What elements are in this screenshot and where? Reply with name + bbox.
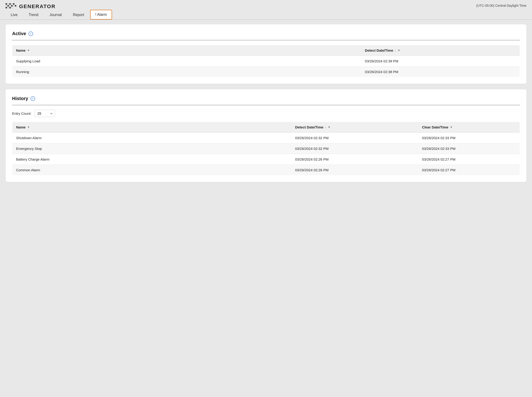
tab-report-label: Report [73,13,84,17]
history-row2-clear: 03/26/2024 02:33 PM [418,143,520,154]
active-section-title: Active i [12,31,520,36]
active-detect-filter-icon[interactable]: ▼ [397,49,400,52]
svg-rect-3 [11,3,13,5]
svg-rect-5 [6,5,7,6]
history-info-icon[interactable]: i [31,96,35,101]
table-row: Supplying Load 03/26/2024 02:39 PM [12,56,520,67]
history-detect-filter-icon[interactable]: ▼ [328,125,330,129]
svg-rect-11 [7,7,9,8]
table-row: Running 03/26/2024 02:38 PM [12,67,520,77]
tabs-bar: Live Trend Journal Report ! Alarm [0,10,532,20]
active-section-card: Active i Name ▼ Detect Date/Time [6,25,526,84]
svg-rect-14 [15,5,16,6]
history-row4-clear: 03/26/2024 02:27 PM [418,165,520,175]
history-detect-sort-icon[interactable]: ↓ [325,126,326,129]
active-title-text: Active [12,31,26,36]
history-row3-clear: 03/26/2024 02:27 PM [418,154,520,165]
svg-rect-8 [11,5,13,6]
entry-count-label: Entry Count: [12,112,32,115]
timezone-display: (UTC-05:00) Central Daylight Time [476,4,526,9]
history-row1-name: Shutdown Alarm [12,133,291,143]
history-name-filter-icon[interactable]: ▼ [27,125,30,129]
svg-rect-9 [13,5,14,6]
history-divider [12,105,520,105]
svg-rect-13 [11,7,13,8]
active-row2-name: Running [12,67,361,77]
svg-rect-7 [9,5,11,6]
tab-journal-label: Journal [50,13,62,17]
tab-trend-label: Trend [29,13,38,17]
history-detect-header: Detect Date/Time ↓ ▼ [291,122,418,133]
svg-rect-0 [6,3,7,5]
tab-live[interactable]: Live [6,10,23,20]
svg-rect-1 [7,3,9,5]
app-header: GENERATOR (UTC-05:00) Central Daylight T… [0,0,532,10]
svg-rect-4 [13,3,14,5]
svg-rect-10 [6,7,7,8]
app-title: GENERATOR [19,4,56,10]
history-section-card: History i Entry Count: 10 25 50 100 Name [6,89,526,182]
svg-rect-12 [9,7,11,8]
history-row2-name: Emergency Stop [12,143,291,154]
active-name-header: Name ▼ [12,45,361,56]
tab-alarm-label: ! Alarm [95,12,107,17]
active-row1-detect: 03/26/2024 02:39 PM [361,56,520,67]
active-row1-name: Supplying Load [12,56,361,67]
active-detect-header: Detect Date/Time ↓ ▼ [361,45,520,56]
svg-rect-2 [9,3,11,5]
history-clear-filter-icon[interactable]: ▼ [450,125,453,129]
entry-count-select[interactable]: 10 25 50 100 [34,110,55,117]
tab-trend[interactable]: Trend [24,10,43,20]
active-divider [12,40,520,40]
tab-live-label: Live [11,13,18,17]
active-table: Name ▼ Detect Date/Time ↓ ▼ Su [12,45,520,77]
svg-rect-6 [7,5,9,6]
alarm-exclamation: ! Alarm [95,12,107,17]
history-clear-header: Clear Date/Time ▼ [418,122,520,133]
history-table-header-row: Name ▼ Detect Date/Time ↓ ▼ Clear [12,122,520,133]
history-table: Name ▼ Detect Date/Time ↓ ▼ Clear [12,122,520,175]
tab-alarm[interactable]: ! Alarm [90,10,112,19]
history-row2-detect: 03/26/2024 02:32 PM [291,143,418,154]
logo-icon [6,3,17,10]
history-title-text: History [12,96,28,101]
history-row4-detect: 03/26/2024 02:26 PM [291,165,418,175]
history-row4-name: Common Alarm [12,165,291,175]
history-row3-detect: 03/26/2024 02:26 PM [291,154,418,165]
tab-journal[interactable]: Journal [44,10,67,20]
table-row: Battery Charge Alarm 03/26/2024 02:26 PM… [12,154,520,165]
active-detect-sort-icon[interactable]: ↓ [395,49,396,52]
history-row1-detect: 03/26/2024 02:32 PM [291,133,418,143]
table-row: Shutdown Alarm 03/26/2024 02:32 PM 03/26… [12,133,520,143]
logo-area: GENERATOR [6,3,56,10]
table-row: Common Alarm 03/26/2024 02:26 PM 03/26/2… [12,165,520,175]
tab-report[interactable]: Report [68,10,89,20]
history-name-header: Name ▼ [12,122,291,133]
active-table-header-row: Name ▼ Detect Date/Time ↓ ▼ [12,45,520,56]
history-row3-name: Battery Charge Alarm [12,154,291,165]
main-content: Active i Name ▼ Detect Date/Time [0,20,532,192]
history-row1-clear: 03/26/2024 02:33 PM [418,133,520,143]
entry-count-row: Entry Count: 10 25 50 100 [12,110,520,117]
active-name-filter-icon[interactable]: ▼ [27,49,30,52]
table-row: Emergency Stop 03/26/2024 02:32 PM 03/26… [12,143,520,154]
history-section-title: History i [12,96,520,101]
active-info-icon[interactable]: i [28,31,33,36]
active-row2-detect: 03/26/2024 02:38 PM [361,67,520,77]
